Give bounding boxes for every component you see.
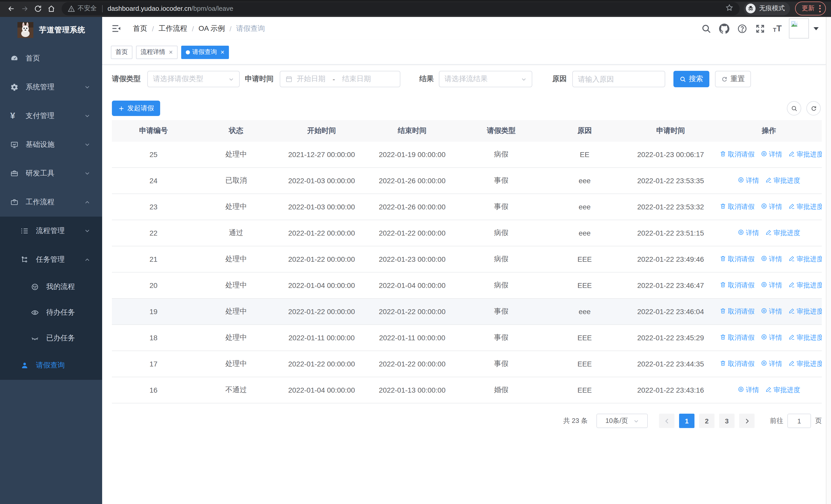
sidebar-item-system-management[interactable]: 系统管理 xyxy=(0,73,102,101)
tab-home[interactable]: 首页 xyxy=(111,46,133,59)
page-button-2[interactable]: 2 xyxy=(699,414,715,428)
sidebar-item-leave-query[interactable]: 请假查询 xyxy=(0,351,102,380)
person-icon xyxy=(21,361,29,369)
sidebar-item-task-management[interactable]: 任务管理 xyxy=(0,245,102,274)
fullscreen-icon[interactable] xyxy=(755,23,765,34)
tab-close-icon[interactable]: × xyxy=(169,49,173,55)
avatar-caret-icon[interactable] xyxy=(813,27,819,30)
cancel-leave-link[interactable]: 取消请假 xyxy=(720,150,754,159)
cancel-leave-link[interactable]: 取消请假 xyxy=(720,307,754,316)
detail-link[interactable]: 详情 xyxy=(761,359,782,368)
detail-link[interactable]: 详情 xyxy=(761,255,782,264)
help-icon[interactable] xyxy=(737,23,747,34)
column-header: 申请编号 xyxy=(112,120,195,142)
detail-link[interactable]: 详情 xyxy=(761,150,782,159)
sidebar-item-dev-tools[interactable]: 研发工具 xyxy=(0,159,102,188)
table-toolbar: 发起请假 xyxy=(112,100,822,116)
sidebar-item-process-management[interactable]: 流程管理 xyxy=(0,216,102,245)
cancel-leave-link[interactable]: 取消请假 xyxy=(720,359,754,368)
url-path: /bpm/oa/leave xyxy=(192,5,233,12)
detail-link[interactable]: 详情 xyxy=(761,202,782,211)
goto-page-input[interactable] xyxy=(787,414,811,428)
breadcrumb-oa-example[interactable]: OA 示例 xyxy=(199,24,225,33)
search-button[interactable]: 搜索 xyxy=(674,71,709,87)
browser-back-button[interactable] xyxy=(5,2,18,14)
scrollbar[interactable] xyxy=(826,17,831,504)
show-search-toggle-button[interactable] xyxy=(787,101,801,116)
sidebar-collapse-icon[interactable] xyxy=(111,23,122,34)
actions-cell: 取消请假详情审批进度 xyxy=(716,351,822,377)
tab-close-icon[interactable]: × xyxy=(221,49,224,55)
breadcrumb-current: 请假查询 xyxy=(236,24,265,33)
font-size-icon[interactable]: TT xyxy=(773,24,782,33)
app-logo[interactable]: 芋道管理系统 xyxy=(0,17,102,42)
progress-link[interactable]: 审批进度 xyxy=(765,228,800,238)
edit-icon xyxy=(765,229,772,237)
trash-icon xyxy=(720,307,726,316)
progress-link[interactable]: 审批进度 xyxy=(789,202,822,211)
progress-link[interactable]: 审批进度 xyxy=(765,176,800,185)
address-bar[interactable]: 不安全 dashboard.yudao.iocoder.cn/bpm/oa/le… xyxy=(62,2,740,15)
reason-input[interactable] xyxy=(572,71,665,87)
progress-link[interactable]: 审批进度 xyxy=(789,150,822,159)
tab-process-detail[interactable]: 流程详情× xyxy=(136,46,177,59)
table-row: 21处理中2022-01-22 00:00:002022-01-23 00:00… xyxy=(112,246,822,272)
leave-table: 申请编号状态开始时间结束时间请假类型原因申请时间操作 25处理中2021-12-… xyxy=(112,120,822,404)
leave-type-select[interactable]: 请选择请假类型 xyxy=(147,71,240,87)
sidebar-item-done-tasks[interactable]: 已办任务 xyxy=(0,325,102,351)
tab-leave-query[interactable]: 请假查询× xyxy=(181,46,229,59)
cancel-leave-link[interactable]: 取消请假 xyxy=(720,202,754,211)
view-icon xyxy=(761,281,767,290)
progress-link[interactable]: 审批进度 xyxy=(765,385,800,395)
browser-reload-button[interactable] xyxy=(32,2,44,14)
progress-link[interactable]: 审批进度 xyxy=(789,307,822,316)
progress-link[interactable]: 审批进度 xyxy=(789,281,822,290)
chevron-down-icon xyxy=(633,418,639,424)
cancel-leave-link[interactable]: 取消请假 xyxy=(720,255,754,264)
next-page-button[interactable] xyxy=(739,414,754,428)
cancel-leave-link[interactable]: 取消请假 xyxy=(720,333,754,342)
breadcrumb: 首页 / 工作流程 / OA 示例 / 请假查询 xyxy=(133,24,265,33)
detail-link[interactable]: 详情 xyxy=(738,228,759,238)
page-button-3[interactable]: 3 xyxy=(719,414,735,428)
detail-link[interactable]: 详情 xyxy=(761,281,782,290)
update-label: 更新 xyxy=(802,4,814,13)
prev-page-button[interactable] xyxy=(659,414,675,428)
result-select[interactable]: 请选择流结果 xyxy=(439,71,532,87)
avatar[interactable] xyxy=(789,19,809,38)
search-icon[interactable] xyxy=(701,23,711,34)
breadcrumb-home[interactable]: 首页 xyxy=(133,24,147,33)
actions-cell: 详情审批进度 xyxy=(716,377,822,403)
sidebar-item-home[interactable]: 首页 xyxy=(0,44,102,73)
detail-link[interactable]: 详情 xyxy=(761,307,782,316)
sidebar-item-payment-management[interactable]: ¥支付管理 xyxy=(0,101,102,130)
browser-home-button[interactable] xyxy=(45,2,57,14)
not-secure-icon[interactable] xyxy=(68,5,75,12)
bookmark-star-icon[interactable] xyxy=(725,3,734,13)
detail-link[interactable]: 详情 xyxy=(738,385,759,395)
progress-link[interactable]: 审批进度 xyxy=(789,359,822,368)
page-button-1[interactable]: 1 xyxy=(679,414,694,428)
reset-button[interactable]: 重置 xyxy=(715,71,751,87)
progress-link[interactable]: 审批进度 xyxy=(789,333,822,342)
detail-link[interactable]: 详情 xyxy=(738,176,759,185)
breadcrumb-workflow[interactable]: 工作流程 xyxy=(159,24,188,33)
browser-update-button[interactable]: 更新 xyxy=(795,2,826,16)
sidebar-item-workflow[interactable]: 工作流程 xyxy=(0,188,102,216)
sidebar-item-infrastructure[interactable]: 基础设施 xyxy=(0,130,102,159)
refresh-table-button[interactable] xyxy=(806,101,821,116)
cancel-leave-link[interactable]: 取消请假 xyxy=(720,281,754,290)
create-leave-button[interactable]: 发起请假 xyxy=(112,100,160,116)
page-size-select[interactable]: 10条/页 xyxy=(596,414,648,428)
browser-forward-button[interactable] xyxy=(19,2,31,14)
sidebar-item-my-process[interactable]: 我的流程 xyxy=(0,274,102,300)
apply-time-range-picker[interactable]: 开始日期 - 结束日期 xyxy=(280,71,400,87)
browser-menu-icon[interactable] xyxy=(819,5,821,12)
chevron-down-icon xyxy=(85,142,90,147)
sidebar-item-todo-tasks[interactable]: 待办任务 xyxy=(0,300,102,325)
github-icon[interactable] xyxy=(719,23,729,34)
progress-link[interactable]: 审批进度 xyxy=(789,255,822,264)
column-header: 开始时间 xyxy=(277,120,366,142)
detail-link[interactable]: 详情 xyxy=(761,333,782,342)
actions-cell: 详情审批进度 xyxy=(716,220,822,246)
